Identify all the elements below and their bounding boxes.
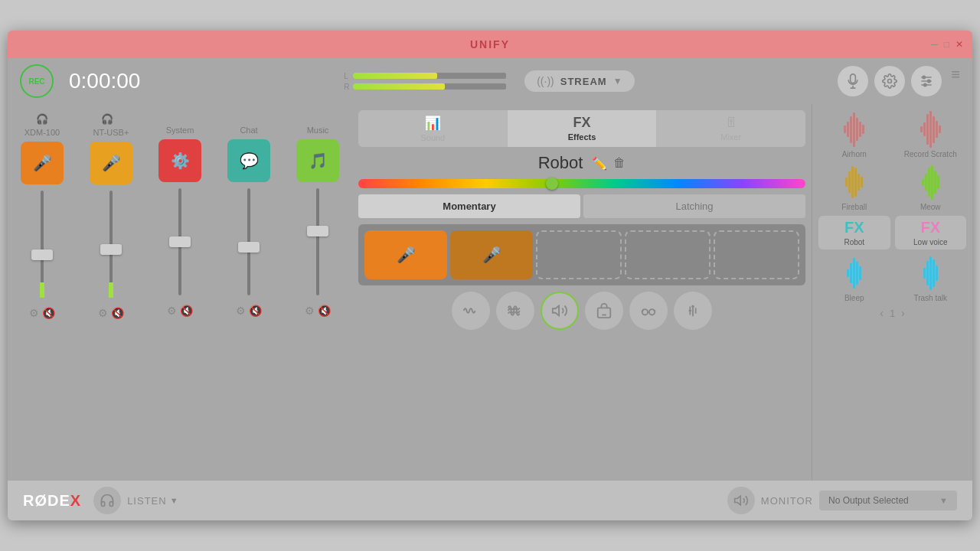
xdm100-bottom: ⚙ 🔇	[29, 307, 55, 319]
titlebar-controls: ─ □ ✕	[931, 39, 963, 50]
tab-effects[interactable]: FX Effects	[508, 110, 657, 147]
microphone-settings-button[interactable]	[838, 66, 868, 96]
fx-slot-1[interactable]: 🎤	[364, 230, 447, 279]
fx-slot-2[interactable]: 🎤	[450, 230, 533, 279]
monitor-volume-button[interactable]	[727, 487, 755, 514]
fireball-visual	[845, 163, 863, 201]
music-settings-icon[interactable]: ⚙	[305, 305, 315, 317]
xdm100-settings-icon[interactable]: ⚙	[29, 307, 39, 319]
effect-delete-button[interactable]: 🗑	[613, 156, 626, 171]
fx-slot-3[interactable]	[536, 230, 622, 279]
effect-edit-button[interactable]: ✏️	[592, 156, 607, 171]
listen-headphones-button[interactable]	[93, 487, 121, 514]
system-settings-icon[interactable]: ⚙	[167, 305, 177, 317]
sb-row-4: Bleep Trash talk	[818, 254, 966, 302]
music-fader-area	[316, 188, 319, 295]
channel-chat: · Chat 💬 ⚙ 🔇	[214, 110, 283, 474]
chat-fader-thumb[interactable]	[238, 242, 260, 253]
momentary-button[interactable]: Momentary	[358, 194, 580, 218]
stream-selector[interactable]: ((·)) STREAM ▼	[524, 70, 634, 92]
fx-slots: 🎤 🎤	[358, 224, 805, 285]
system-fader-track	[178, 188, 181, 295]
glasses-button[interactable]	[629, 292, 668, 330]
effects-tab-label: Effects	[568, 132, 596, 142]
close-button[interactable]: ✕	[956, 39, 963, 50]
listen-section: LISTEN ▼	[93, 487, 178, 514]
settings-button[interactable]	[874, 66, 905, 96]
music-header: ·	[316, 113, 318, 122]
rainbow-bar	[358, 179, 805, 188]
music-note-icon: 🎵	[309, 152, 328, 170]
system-fader-area	[178, 188, 181, 295]
airhorn-visual	[844, 110, 864, 148]
sb-low-voice-fx-label: FX	[920, 219, 940, 236]
channel-music: · Music 🎵 ⚙ 🔇	[283, 110, 352, 474]
channel-xdm100-name: XDM-100	[24, 128, 60, 137]
fx-slot-1-icon: 🎤	[397, 246, 416, 264]
maximize-button[interactable]: □	[944, 39, 949, 50]
sb-robot-fx[interactable]: FX Robot	[818, 216, 890, 249]
topbar-icons: ≡	[838, 66, 960, 96]
titlebar: UNIFY ─ □ ✕	[8, 31, 972, 58]
chat-pad[interactable]: 💬	[227, 139, 270, 182]
system-mute-icon[interactable]: 🔇	[180, 305, 193, 317]
listen-dropdown[interactable]: LISTEN ▼	[127, 495, 178, 507]
stream-icon: ((·))	[537, 75, 554, 87]
sb-trash-talk[interactable]: Trash talk	[895, 254, 967, 302]
xdm100-mute-icon[interactable]: 🔇	[42, 307, 55, 319]
ntusb-fader-thumb[interactable]	[100, 244, 122, 255]
chat-settings-icon[interactable]: ⚙	[236, 305, 246, 317]
chat-fader-area	[247, 188, 250, 295]
monitor-output-dropdown[interactable]: No Output Selected ▼	[819, 491, 957, 510]
fx-slot-4[interactable]	[625, 230, 710, 279]
waves-button[interactable]	[452, 292, 490, 330]
level-fill-r	[353, 83, 445, 90]
sb-bleep-label: Bleep	[844, 294, 864, 302]
music-pad[interactable]: 🎵	[296, 139, 339, 182]
system-pad[interactable]: ⚙️	[158, 139, 201, 182]
ntusb-settings-icon[interactable]: ⚙	[98, 307, 108, 319]
level-bar-l	[353, 73, 506, 79]
menu-button[interactable]: ≡	[951, 66, 960, 96]
filter-button[interactable]	[496, 292, 534, 330]
main-content: 🎧 XDM-100 🎤 ⚙ 🔇	[8, 104, 972, 481]
robot-button[interactable]	[585, 292, 623, 330]
app-window: UNIFY ─ □ ✕ REC 0:00:00 L R	[8, 31, 972, 520]
chat-bottom: ⚙ 🔇	[236, 305, 262, 317]
ntusb-pad[interactable]: 🎤	[90, 142, 132, 184]
mode-buttons: Momentary Latching	[358, 194, 805, 218]
sb-trash-talk-label: Trash talk	[913, 294, 947, 302]
xdm100-fader-thumb[interactable]	[31, 249, 53, 260]
channel-xdm100-pad[interactable]: 🎤	[21, 142, 64, 184]
music-mute-icon[interactable]: 🔇	[318, 305, 331, 317]
sb-low-voice-fx[interactable]: FX Low voice	[895, 216, 967, 249]
pitch-button[interactable]	[674, 292, 712, 330]
xdm100-fader-track	[41, 191, 44, 298]
music-bottom: ⚙ 🔇	[305, 305, 331, 317]
music-fader-thumb[interactable]	[307, 226, 328, 236]
system-fader-thumb[interactable]	[169, 236, 191, 247]
sb-record-scratch[interactable]: Record Scratch	[895, 110, 967, 158]
sb-record-scratch-label: Record Scratch	[904, 150, 957, 158]
tab-sound[interactable]: 📊 Sound	[358, 110, 508, 147]
ntusb-num: 2	[116, 115, 121, 123]
rainbow-knob[interactable]	[546, 178, 558, 190]
mixer-settings-button[interactable]	[911, 66, 942, 96]
latching-button[interactable]: Latching	[583, 194, 805, 218]
sb-prev-button[interactable]: ‹	[880, 307, 884, 319]
channel-ntusb: 🎧 2 NT-USB+ 🎤 ⚙ 🔇	[77, 110, 145, 474]
ntusb-mute-icon[interactable]: 🔇	[111, 307, 124, 319]
sound-tab-label: Sound	[420, 133, 445, 142]
minimize-button[interactable]: ─	[931, 39, 938, 50]
rec-button[interactable]: REC	[20, 64, 54, 98]
chat-mute-icon[interactable]: 🔇	[249, 305, 262, 317]
sb-bleep[interactable]: Bleep	[818, 254, 890, 302]
sb-meow[interactable]: Meow	[895, 163, 967, 211]
fx-slot-5[interactable]	[714, 230, 799, 279]
sb-airhorn[interactable]: Airhorn	[818, 110, 890, 158]
sb-fireball[interactable]: Fireball	[818, 163, 890, 211]
tab-mixer[interactable]: 🎚 Mixer	[656, 110, 805, 147]
music-name: Music	[307, 126, 329, 135]
sb-next-button[interactable]: ›	[901, 307, 905, 319]
megaphone-button[interactable]	[541, 292, 579, 330]
